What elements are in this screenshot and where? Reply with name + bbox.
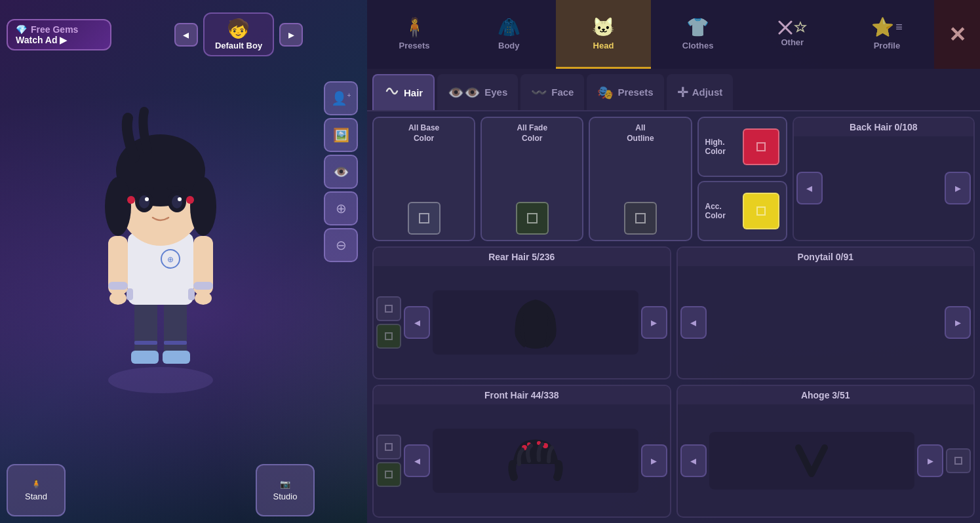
body-tab-icon: 🧥 (498, 16, 520, 38)
character-svg: ⊕ (69, 105, 252, 419)
character-nav: ◂ 🧒 Default Boy ▸ (117, 12, 361, 56)
all-fade-color-label: All FadeColor (517, 123, 547, 144)
ahoge-swatch-top[interactable] (946, 448, 971, 473)
rear-hair-title: Rear Hair 5/236 (374, 248, 670, 266)
svg-point-30 (178, 197, 182, 201)
tab-head[interactable]: 🐱 Head (556, 0, 650, 69)
presets-subtab-icon: 🎭 (597, 85, 614, 100)
tab-body[interactable]: 🧥 Body (461, 0, 556, 69)
add-user-icon: 👤+ (331, 90, 351, 106)
subtab-presets[interactable]: 🎭 Presets (587, 74, 663, 110)
add-user-button[interactable]: 👤+ (324, 81, 358, 115)
rear-hair-next[interactable]: ▸ (641, 306, 667, 339)
front-hair-next[interactable]: ▸ (641, 444, 667, 477)
head-tab-label: Head (593, 41, 614, 50)
rear-hair-swatch-bottom[interactable] (376, 324, 401, 349)
tab-presets[interactable]: 🧍 Presets (367, 0, 461, 69)
back-hair-next[interactable]: ▸ (945, 172, 971, 204)
category-tabs: 🧍 Presets 🧥 Body 🐱 Head 👕 Clothes Other … (367, 0, 980, 69)
ponytail-prev[interactable]: ◂ (680, 306, 707, 339)
ponytail-next[interactable]: ▸ (945, 306, 971, 339)
ahoge-body: ◂ ▸ (678, 404, 974, 516)
next-character-button[interactable]: ▸ (279, 23, 303, 47)
tab-profile[interactable]: ⭐≡ Profile (840, 0, 934, 69)
ponytail-section: Ponytail 0/91 ◂ ▸ (676, 246, 975, 379)
studio-button[interactable]: 📷 Studio (256, 464, 315, 516)
acc-color-swatch (743, 193, 779, 229)
front-hair-swatch-bottom[interactable] (376, 462, 401, 487)
svg-point-21 (105, 177, 131, 236)
high-color-swatch (743, 128, 779, 165)
subtab-hair[interactable]: Hair (372, 74, 435, 110)
front-hair-section: Front Hair 44/338 ◂ (372, 385, 671, 518)
eyes-subtab-icon: 👁️👁️ (448, 85, 480, 100)
profile-tab-label: Profile (874, 41, 900, 50)
front-hair-swatches (376, 435, 401, 487)
subtab-adjust[interactable]: ✛ Adjust (667, 74, 734, 110)
sub-tabs: Hair 👁️👁️ Eyes 〰️ Face 🎭 Presets ✛ Adjus… (367, 69, 980, 111)
clothes-tab-icon: 👕 (686, 16, 709, 38)
hair-subtab-label: Hair (404, 87, 423, 98)
tab-clothes[interactable]: 👕 Clothes (651, 0, 745, 69)
other-tab-label: Other (781, 37, 804, 47)
svg-point-0 (108, 367, 213, 393)
high-color-label: High.Color (705, 138, 726, 156)
svg-rect-5 (134, 341, 157, 345)
front-hair-swatch-top[interactable] (376, 435, 401, 459)
next-arrow-icon: ▸ (288, 28, 294, 42)
back-hair-section: Back Hair 0/108 ◂ ▸ (793, 117, 975, 241)
all-outline-label: AllOutline (627, 123, 654, 144)
image-icon: 🖼️ (333, 127, 349, 143)
svg-rect-4 (163, 351, 190, 364)
all-base-color-label: All BaseColor (408, 123, 439, 144)
profile-tab-icon: ⭐≡ (871, 16, 903, 38)
character-info: 🧒 Default Boy (203, 12, 274, 56)
all-fade-color-button[interactable]: All FadeColor (480, 117, 583, 241)
rear-hair-swatch-top[interactable] (376, 296, 401, 321)
front-hair-prev[interactable]: ◂ (404, 444, 430, 477)
prev-arrow-icon: ◂ (183, 28, 189, 42)
tab-other[interactable]: Other (745, 0, 840, 69)
character-display: ⊕ (0, 69, 321, 455)
all-outline-button[interactable]: AllOutline (589, 117, 692, 241)
high-acc-color-pair: High.Color Acc.Color (697, 117, 787, 241)
head-tab-icon: 🐱 (592, 16, 615, 38)
eye-toggle-button[interactable]: 👁️ (324, 155, 358, 189)
face-subtab-label: Face (551, 87, 574, 98)
studio-icon: 📷 (280, 479, 290, 489)
svg-point-23 (127, 196, 135, 204)
stand-button[interactable]: 🧍 Stand (7, 464, 66, 516)
svg-point-29 (145, 197, 149, 201)
acc-color-label: Acc.Color (705, 202, 726, 220)
zoom-out-button[interactable]: ⊖ (324, 228, 358, 262)
front-hair-preview (433, 429, 638, 493)
free-gems-button[interactable]: 💎 Free Gems Watch Ad ▶ (7, 19, 111, 50)
prev-character-button[interactable]: ◂ (174, 23, 198, 47)
image-button[interactable]: 🖼️ (324, 118, 358, 152)
zoom-in-button[interactable]: ⊕ (324, 191, 358, 225)
studio-label: Studio (273, 492, 298, 501)
svg-rect-14 (108, 282, 128, 290)
clothes-tab-label: Clothes (682, 41, 714, 50)
rear-hair-section: Rear Hair 5/236 ◂ (372, 246, 671, 379)
back-hair-prev[interactable]: ◂ (796, 172, 823, 204)
ahoge-next[interactable]: ▸ (917, 444, 943, 477)
ahoge-prev[interactable]: ◂ (680, 444, 707, 477)
back-hair-title: Back Hair 0/108 (794, 118, 973, 136)
subtab-face[interactable]: 〰️ Face (520, 74, 584, 110)
svg-point-17 (195, 292, 212, 305)
left-panel: 💎 Free Gems Watch Ad ▶ ◂ 🧒 Default Boy ▸ (0, 0, 367, 523)
face-subtab-icon: 〰️ (531, 85, 547, 100)
subtab-eyes[interactable]: 👁️👁️ Eyes (437, 74, 518, 110)
svg-point-27 (139, 195, 149, 208)
hair-subtab-icon (384, 85, 400, 101)
all-base-color-button[interactable]: All BaseColor (372, 117, 475, 241)
all-base-color-swatch (408, 202, 441, 235)
acc-color-button[interactable]: Acc.Color (697, 181, 787, 241)
ponytail-body: ◂ ▸ (678, 266, 974, 378)
close-button[interactable]: ✕ (934, 0, 980, 69)
high-color-button[interactable]: High.Color (697, 117, 787, 177)
rear-hair-prev[interactable]: ◂ (404, 306, 430, 339)
presets-tab-label: Presets (399, 41, 430, 50)
main-content: All BaseColor All FadeColor AllOutline (367, 111, 980, 523)
